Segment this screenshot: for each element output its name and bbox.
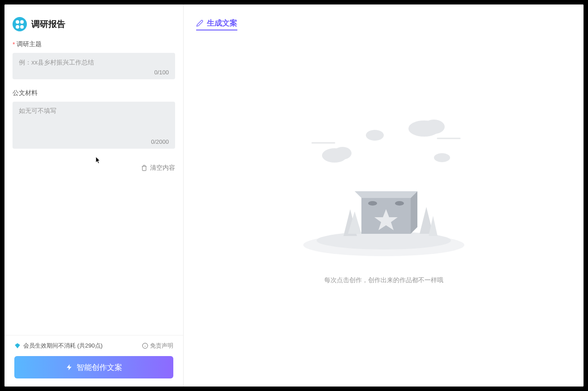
empty-state-illustration bbox=[294, 111, 473, 263]
required-asterisk: * bbox=[13, 41, 15, 48]
sidebar-title: 调研报告 bbox=[31, 18, 65, 30]
app-logo-icon bbox=[13, 17, 27, 31]
svg-point-8 bbox=[434, 153, 450, 162]
trash-icon bbox=[141, 165, 147, 171]
material-textarea[interactable] bbox=[19, 107, 169, 134]
disclaimer-link[interactable]: 免责声明 bbox=[142, 342, 173, 350]
empty-state-text: 每次点击创作，创作出来的作品都不一样哦 bbox=[324, 276, 443, 284]
generate-copy-tab[interactable]: 生成文案 bbox=[196, 18, 237, 30]
main-header: 生成文案 bbox=[184, 4, 584, 35]
clear-content-button[interactable]: 清空内容 bbox=[13, 159, 175, 177]
material-label: 公文材料 bbox=[13, 89, 175, 97]
svg-point-16 bbox=[395, 201, 404, 206]
topic-char-count: 0/100 bbox=[19, 69, 169, 76]
svg-point-4 bbox=[334, 147, 352, 159]
svg-point-7 bbox=[423, 120, 445, 134]
svg-point-5 bbox=[366, 130, 384, 141]
svg-point-15 bbox=[368, 201, 377, 206]
info-icon bbox=[142, 343, 148, 349]
topic-input[interactable] bbox=[19, 59, 169, 66]
topic-label: * 调研主题 bbox=[13, 40, 175, 48]
generate-button[interactable]: 智能创作文案 bbox=[14, 356, 173, 378]
material-char-count: 0/2000 bbox=[19, 138, 169, 145]
diamond-icon bbox=[14, 343, 21, 349]
sidebar-header: 调研报告 bbox=[4, 4, 183, 40]
edit-icon bbox=[196, 20, 203, 27]
points-info: 会员生效期间不消耗 (共290点) bbox=[14, 342, 103, 350]
bolt-icon bbox=[66, 364, 73, 371]
